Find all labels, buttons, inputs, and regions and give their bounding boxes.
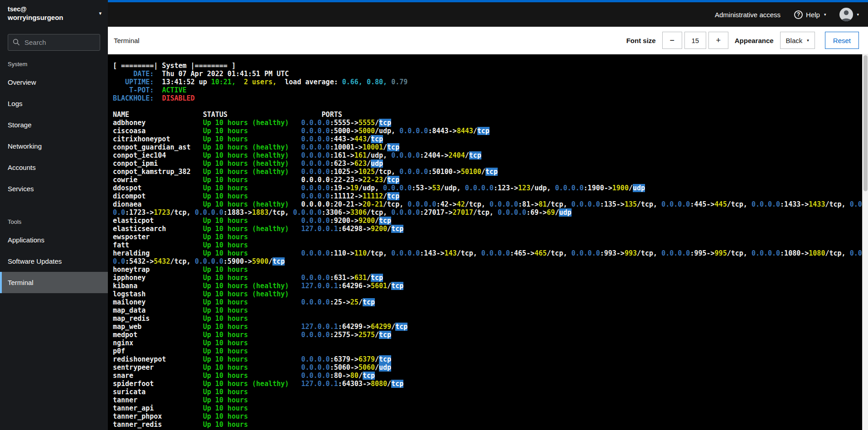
sidebar-section-label: Tools [0,210,108,228]
terminal-line: map_data Up 10 hours [113,306,868,314]
sidebar: tsec@ worryingsurgeon ▾ SystemOverviewLo… [0,0,108,430]
sidebar-item-storage[interactable]: Storage [0,114,108,135]
terminal-line: fatt Up 10 hours [113,241,868,249]
terminal-line: UPTIME: 13:41:52 up 10:21, 2 users, load… [113,78,868,86]
terminal-line: p0f Up 10 hours [113,347,868,355]
terminal-line: sentrypeer Up 10 hours 0.0.0.0:5060->506… [113,363,868,372]
terminal-line: 0.0:5432->5432/tcp, 0.0.0.0:5900->5900/t… [113,257,868,266]
sidebar-item-terminal[interactable]: Terminal [0,272,108,293]
terminal-line: heralding Up 10 hours 0.0.0.0:110->110/t… [113,249,868,257]
terminal-line: mailoney Up 10 hours 0.0.0.0:25->25/tcp [113,298,868,306]
help-label: Help [806,11,820,19]
appearance-select[interactable]: Black ▾ [780,32,815,49]
sidebar-item-software-updates[interactable]: Software Updates [0,251,108,272]
terminal-line: DATE: Thu 07 Apr 2022 01:41:51 PM UTC [113,70,868,78]
sidebar-item-services[interactable]: Services [0,178,108,199]
main-area: Administrative access ? Help ▾ ▾ Termina… [108,0,868,430]
chevron-down-icon: ▾ [99,10,102,16]
terminal[interactable]: [ ========| System |======== ] DATE: Thu… [108,54,868,430]
font-size-value: 15 [684,32,706,49]
terminal-line: suricata Up 10 hours [113,388,868,396]
terminal-line: tanner_redis Up 10 hours [113,420,868,429]
terminal-line: conpot_ipmi Up 10 hours (healthy) 0.0.0.… [113,159,868,168]
terminal-line [113,102,868,111]
app-root: tsec@ worryingsurgeon ▾ SystemOverviewLo… [0,0,868,430]
chevron-down-icon: ▾ [857,12,859,17]
terminal-line: tanner_phpox Up 10 hours [113,412,868,420]
terminal-line: medpot Up 10 hours 0.0.0.0:2575->2575/tc… [113,331,868,339]
host-name: worryingsurgeon [8,13,63,22]
chevron-down-icon: ▾ [807,38,809,43]
terminal-line: spiderfoot Up 10 hours (healthy) 127.0.0… [113,380,868,388]
scrollbar-thumb[interactable] [863,55,868,191]
terminal-line: conpot_kamstrup_382 Up 10 hours (healthy… [113,168,868,176]
terminal-line: ipphoney Up 10 hours 0.0.0.0:631->631/tc… [113,274,868,282]
appearance-value: Black [786,37,803,44]
terminal-line: honeytrap Up 10 hours [113,266,868,274]
top-header: Administrative access ? Help ▾ ▾ [108,2,868,27]
terminal-line: nginx Up 10 hours [113,339,868,347]
toolbar-controls: Font size − 15 + Appearance Black ▾ Rese… [626,32,859,49]
sidebar-search [8,34,100,51]
terminal-line: ewsposter Up 10 hours [113,233,868,241]
sidebar-item-applications[interactable]: Applications [0,229,108,251]
sidebar-nav: SystemOverviewLogsStorageNetworkingAccou… [0,53,108,430]
terminal-line: tanner_api Up 10 hours [113,404,868,412]
terminal-line: cowrie Up 10 hours 0.0.0.0:22-23->22-23/… [113,176,868,184]
terminal-line: snare Up 10 hours 0.0.0.0:80->80/tcp [113,372,868,380]
terminal-line: conpot_guardian_ast Up 10 hours (healthy… [113,143,868,151]
terminal-line: citrixhoneypot Up 10 hours 0.0.0.0:443->… [113,135,868,143]
terminal-line: tanner Up 10 hours [113,396,868,404]
help-icon: ? [794,10,803,19]
admin-access-button[interactable]: Administrative access [715,11,781,19]
chevron-down-icon: ▾ [824,12,826,17]
session-menu[interactable]: ▾ [839,8,859,21]
terminal-line: T-POT: ACTIVE [113,86,868,94]
scrollbar[interactable] [862,54,868,430]
terminal-line: ciscoasa Up 10 hours 0.0.0.0:5000->5000/… [113,127,868,135]
host-user: tsec@ [8,5,63,13]
reset-button[interactable]: Reset [825,32,859,49]
terminal-line: ddospot Up 10 hours 0.0.0.0:19->19/udp, … [113,184,868,192]
avatar [839,8,853,21]
terminal-line: BLACKHOLE: DISABLED [113,94,868,102]
terminal-line: kibana Up 10 hours (healthy) 127.0.0.1:6… [113,282,868,290]
page-title: Terminal [114,37,140,44]
font-size-increase-button[interactable]: + [708,32,728,49]
terminal-line: adbhoney Up 10 hours (healthy) 0.0.0.0:5… [113,119,868,127]
search-icon [13,39,20,46]
sidebar-item-logs[interactable]: Logs [0,93,108,114]
search-input[interactable] [8,34,100,51]
font-size-label: Font size [626,37,656,44]
terminal-line: 0.0:1723->1723/tcp, 0.0.0.0:1883->1883/t… [113,208,868,217]
terminal-line: elasticpot Up 10 hours 0.0.0.0:9200->920… [113,217,868,225]
terminal-line: conpot_iec104 Up 10 hours (healthy) 0.0.… [113,151,868,159]
sidebar-section-label: System [0,53,108,71]
terminal-line: [ ========| System |======== ] [113,62,868,70]
sidebar-item-overview[interactable]: Overview [0,72,108,93]
terminal-line: map_redis Up 10 hours [113,314,868,323]
terminal-line: logstash Up 10 hours (healthy) [113,290,868,298]
terminal-line: elasticsearch Up 10 hours (healthy) 127.… [113,225,868,233]
terminal-line: dionaea Up 10 hours (healthy) 0.0.0.0:20… [113,200,868,208]
terminal-line: redishoneypot Up 10 hours 0.0.0.0:6379->… [113,355,868,363]
host-switcher[interactable]: tsec@ worryingsurgeon ▾ [0,0,108,27]
font-size-stepper: − 15 + [662,32,728,49]
sidebar-item-networking[interactable]: Networking [0,135,108,157]
font-size-decrease-button[interactable]: − [662,32,682,49]
terminal-line: dicompot Up 10 hours 0.0.0.0:11112->1111… [113,192,868,200]
terminal-line: NAME STATUS PORTS [113,111,868,119]
terminal-output: [ ========| System |======== ] DATE: Thu… [113,62,868,429]
help-menu[interactable]: ? Help ▾ [794,10,826,19]
terminal-toolbar: Terminal Font size − 15 + Appearance Bla… [108,27,868,54]
sidebar-item-accounts[interactable]: Accounts [0,157,108,178]
terminal-line: map_web Up 10 hours 127.0.0.1:64299->642… [113,323,868,331]
appearance-label: Appearance [735,37,774,44]
